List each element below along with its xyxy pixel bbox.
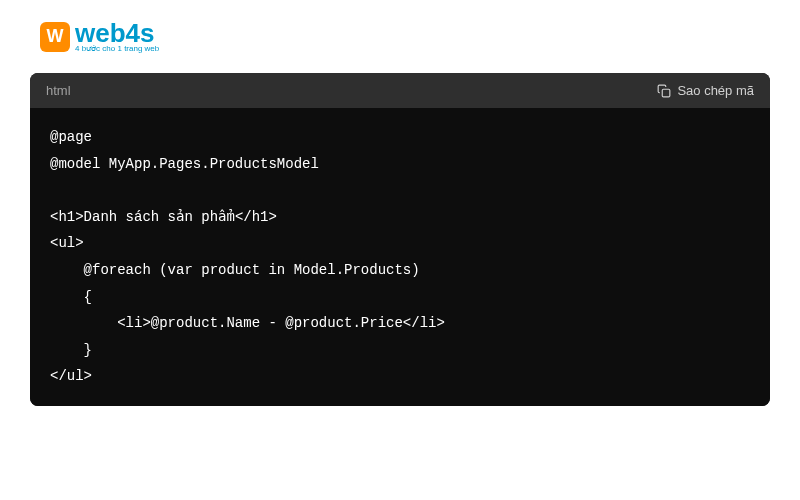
code-content: @page @model MyApp.Pages.ProductsModel <… — [30, 108, 770, 406]
code-block: html Sao chép mã @page @model MyApp.Page… — [30, 73, 770, 406]
code-header: html Sao chép mã — [30, 73, 770, 108]
logo-icon: W — [40, 22, 70, 52]
logo: W web4s 4 bước cho 1 trang web — [40, 20, 780, 53]
copy-icon — [657, 84, 671, 98]
svg-rect-0 — [663, 89, 671, 97]
logo-text-wrapper: web4s 4 bước cho 1 trang web — [75, 20, 159, 53]
logo-subtitle: 4 bước cho 1 trang web — [75, 44, 159, 53]
copy-code-button[interactable]: Sao chép mã — [657, 83, 754, 98]
copy-button-label: Sao chép mã — [677, 83, 754, 98]
code-language-label: html — [46, 83, 71, 98]
